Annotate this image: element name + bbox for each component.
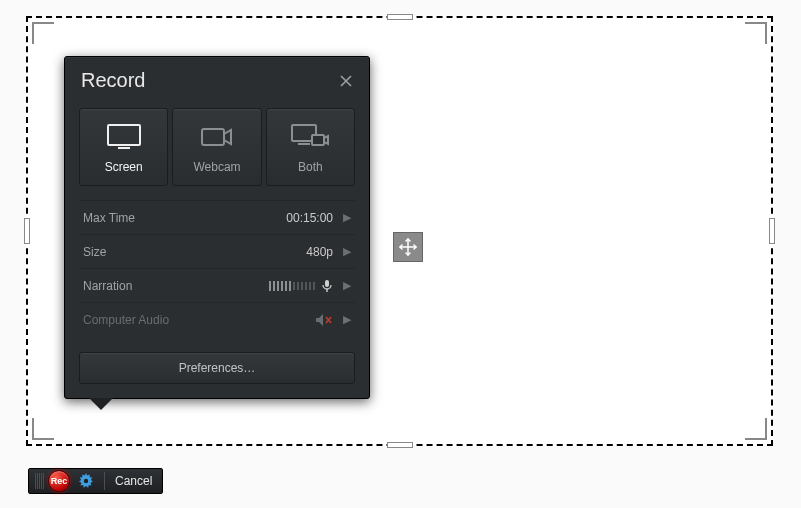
- panel-header: Record: [65, 57, 369, 102]
- maxtime-label: Max Time: [79, 211, 286, 225]
- cancel-button[interactable]: Cancel: [111, 474, 156, 488]
- panel-title: Record: [81, 69, 145, 92]
- move-arrows-icon: [399, 238, 417, 256]
- setting-size[interactable]: Size 480p ▶: [79, 234, 355, 268]
- settings-button[interactable]: [74, 473, 98, 489]
- chevron-right-icon: ▶: [339, 313, 355, 326]
- crop-corner-top-left[interactable]: [32, 22, 54, 44]
- chevron-right-icon: ▶: [339, 245, 355, 258]
- resize-handle-right[interactable]: [769, 218, 775, 244]
- monitor-icon: [106, 120, 142, 154]
- resize-handle-left[interactable]: [24, 218, 30, 244]
- narration-label: Narration: [79, 279, 269, 293]
- size-value: 480p: [306, 245, 339, 259]
- source-both-button[interactable]: Both: [266, 108, 355, 186]
- speaker-muted-icon: [315, 313, 333, 327]
- svg-rect-5: [312, 135, 324, 145]
- record-button[interactable]: Rec: [48, 470, 70, 492]
- crop-corner-bottom-right[interactable]: [745, 418, 767, 440]
- cancel-label: Cancel: [115, 474, 152, 488]
- drag-grip-icon[interactable]: [31, 473, 48, 489]
- record-button-label: Rec: [51, 476, 68, 486]
- setting-narration[interactable]: Narration ▶: [79, 268, 355, 302]
- source-screen-label: Screen: [105, 160, 143, 174]
- source-screen-button[interactable]: Screen: [79, 108, 168, 186]
- gear-icon: [78, 473, 94, 489]
- resize-handle-bottom[interactable]: [387, 442, 413, 448]
- preferences-button[interactable]: Preferences…: [79, 352, 355, 384]
- svg-rect-7: [326, 289, 327, 292]
- maxtime-value: 00:15:00: [286, 211, 339, 225]
- crop-corner-bottom-left[interactable]: [32, 418, 54, 440]
- recorder-toolbar[interactable]: Rec Cancel: [28, 468, 163, 494]
- computer-audio-label: Computer Audio: [79, 313, 315, 327]
- close-icon: [339, 74, 353, 88]
- webcam-icon: [200, 120, 234, 154]
- source-selector: Screen Webcam Both: [65, 102, 369, 196]
- svg-rect-4: [298, 143, 310, 145]
- screen-webcam-icon: [290, 120, 330, 154]
- microphone-icon: [321, 279, 333, 293]
- chevron-right-icon: ▶: [339, 279, 355, 292]
- toolbar-divider: [104, 472, 105, 490]
- svg-rect-0: [108, 125, 140, 145]
- chevron-right-icon: ▶: [339, 211, 355, 224]
- svg-rect-2: [202, 129, 224, 145]
- setting-maxtime[interactable]: Max Time 00:15:00 ▶: [79, 200, 355, 234]
- svg-point-9: [84, 479, 88, 483]
- source-both-label: Both: [298, 160, 323, 174]
- svg-rect-6: [325, 280, 329, 287]
- record-panel: Record Screen Webcam: [64, 56, 370, 399]
- close-button[interactable]: [339, 74, 353, 88]
- move-handle[interactable]: [393, 232, 423, 262]
- svg-rect-1: [118, 147, 130, 149]
- resize-handle-top[interactable]: [387, 14, 413, 20]
- setting-computer-audio[interactable]: Computer Audio ▶: [79, 302, 355, 336]
- preferences-label: Preferences…: [179, 361, 256, 375]
- size-label: Size: [79, 245, 306, 259]
- crop-corner-top-right[interactable]: [745, 22, 767, 44]
- source-webcam-label: Webcam: [193, 160, 240, 174]
- settings-list: Max Time 00:15:00 ▶ Size 480p ▶ Narratio…: [65, 196, 369, 346]
- source-webcam-button[interactable]: Webcam: [172, 108, 261, 186]
- audio-level-meter: [269, 279, 315, 293]
